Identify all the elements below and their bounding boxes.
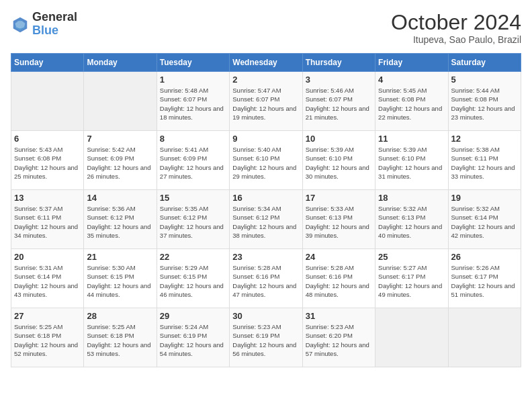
day-info: Sunrise: 5:23 AM Sunset: 6:19 PM Dayligh… bbox=[232, 322, 299, 358]
day-number: 23 bbox=[232, 252, 299, 262]
day-info: Sunrise: 5:32 AM Sunset: 6:13 PM Dayligh… bbox=[378, 204, 445, 240]
day-info: Sunrise: 5:44 AM Sunset: 6:08 PM Dayligh… bbox=[451, 86, 518, 122]
day-info: Sunrise: 5:25 AM Sunset: 6:18 PM Dayligh… bbox=[87, 322, 153, 358]
calendar-cell: 5Sunrise: 5:44 AM Sunset: 6:08 PM Daylig… bbox=[448, 72, 521, 131]
day-number: 18 bbox=[378, 193, 445, 203]
day-number: 8 bbox=[160, 134, 226, 144]
calendar-cell: 29Sunrise: 5:24 AM Sunset: 6:19 PM Dayli… bbox=[157, 308, 229, 367]
day-info: Sunrise: 5:45 AM Sunset: 6:08 PM Dayligh… bbox=[378, 86, 445, 122]
day-info: Sunrise: 5:26 AM Sunset: 6:17 PM Dayligh… bbox=[451, 263, 518, 299]
day-number: 16 bbox=[232, 193, 299, 203]
calendar-cell: 6Sunrise: 5:43 AM Sunset: 6:08 PM Daylig… bbox=[11, 131, 84, 190]
calendar-cell: 14Sunrise: 5:36 AM Sunset: 6:12 PM Dayli… bbox=[84, 190, 157, 249]
day-number: 22 bbox=[160, 252, 226, 262]
header-day-saturday: Saturday bbox=[448, 54, 521, 72]
day-info: Sunrise: 5:32 AM Sunset: 6:14 PM Dayligh… bbox=[451, 204, 518, 240]
calendar-cell: 30Sunrise: 5:23 AM Sunset: 6:19 PM Dayli… bbox=[230, 308, 302, 367]
day-info: Sunrise: 5:31 AM Sunset: 6:14 PM Dayligh… bbox=[14, 263, 81, 299]
logo-blue: Blue bbox=[32, 24, 58, 37]
day-number: 12 bbox=[451, 134, 518, 144]
header-day-sunday: Sunday bbox=[11, 54, 84, 72]
day-number: 30 bbox=[232, 311, 299, 321]
header: General Blue October 2024 Itupeva, Sao P… bbox=[11, 11, 521, 45]
week-row-3: 13Sunrise: 5:37 AM Sunset: 6:11 PM Dayli… bbox=[11, 190, 521, 249]
calendar-cell bbox=[84, 72, 157, 131]
calendar-cell: 28Sunrise: 5:25 AM Sunset: 6:18 PM Dayli… bbox=[84, 308, 157, 367]
day-number: 15 bbox=[160, 193, 226, 203]
calendar-cell: 2Sunrise: 5:47 AM Sunset: 6:07 PM Daylig… bbox=[230, 72, 302, 131]
day-info: Sunrise: 5:30 AM Sunset: 6:15 PM Dayligh… bbox=[87, 263, 153, 299]
calendar-cell: 19Sunrise: 5:32 AM Sunset: 6:14 PM Dayli… bbox=[448, 190, 521, 249]
day-info: Sunrise: 5:23 AM Sunset: 6:20 PM Dayligh… bbox=[306, 322, 372, 358]
calendar-cell: 10Sunrise: 5:39 AM Sunset: 6:10 PM Dayli… bbox=[302, 131, 375, 190]
calendar-cell: 20Sunrise: 5:31 AM Sunset: 6:14 PM Dayli… bbox=[11, 249, 84, 308]
day-number: 28 bbox=[87, 311, 153, 321]
day-info: Sunrise: 5:46 AM Sunset: 6:07 PM Dayligh… bbox=[306, 86, 372, 122]
logo-text: General Blue bbox=[32, 11, 77, 38]
calendar-cell: 31Sunrise: 5:23 AM Sunset: 6:20 PM Dayli… bbox=[302, 308, 375, 367]
month-title: October 2024 bbox=[391, 11, 521, 34]
day-number: 26 bbox=[451, 252, 518, 262]
day-number: 31 bbox=[306, 311, 372, 321]
calendar-cell: 3Sunrise: 5:46 AM Sunset: 6:07 PM Daylig… bbox=[302, 72, 375, 131]
day-info: Sunrise: 5:29 AM Sunset: 6:15 PM Dayligh… bbox=[160, 263, 226, 299]
location-subtitle: Itupeva, Sao Paulo, Brazil bbox=[391, 34, 521, 45]
header-row: SundayMondayTuesdayWednesdayThursdayFrid… bbox=[11, 54, 521, 72]
day-number: 10 bbox=[306, 134, 372, 144]
day-info: Sunrise: 5:48 AM Sunset: 6:07 PM Dayligh… bbox=[160, 86, 226, 122]
header-day-tuesday: Tuesday bbox=[157, 54, 229, 72]
calendar-cell bbox=[375, 308, 448, 367]
day-info: Sunrise: 5:28 AM Sunset: 6:16 PM Dayligh… bbox=[306, 263, 372, 299]
calendar-cell: 16Sunrise: 5:34 AM Sunset: 6:12 PM Dayli… bbox=[230, 190, 302, 249]
calendar-cell: 24Sunrise: 5:28 AM Sunset: 6:16 PM Dayli… bbox=[302, 249, 375, 308]
day-number: 19 bbox=[451, 193, 518, 203]
day-info: Sunrise: 5:42 AM Sunset: 6:09 PM Dayligh… bbox=[87, 145, 153, 181]
week-row-1: 1Sunrise: 5:48 AM Sunset: 6:07 PM Daylig… bbox=[11, 72, 521, 131]
day-number: 29 bbox=[160, 311, 226, 321]
day-info: Sunrise: 5:40 AM Sunset: 6:10 PM Dayligh… bbox=[232, 145, 299, 181]
calendar-cell: 21Sunrise: 5:30 AM Sunset: 6:15 PM Dayli… bbox=[84, 249, 157, 308]
calendar-cell: 12Sunrise: 5:38 AM Sunset: 6:11 PM Dayli… bbox=[448, 131, 521, 190]
week-row-5: 27Sunrise: 5:25 AM Sunset: 6:18 PM Dayli… bbox=[11, 308, 521, 367]
day-number: 14 bbox=[87, 193, 153, 203]
week-row-2: 6Sunrise: 5:43 AM Sunset: 6:08 PM Daylig… bbox=[11, 131, 521, 190]
calendar-cell: 8Sunrise: 5:41 AM Sunset: 6:09 PM Daylig… bbox=[157, 131, 229, 190]
day-info: Sunrise: 5:47 AM Sunset: 6:07 PM Dayligh… bbox=[232, 86, 299, 122]
day-info: Sunrise: 5:39 AM Sunset: 6:10 PM Dayligh… bbox=[378, 145, 445, 181]
day-info: Sunrise: 5:33 AM Sunset: 6:13 PM Dayligh… bbox=[306, 204, 372, 240]
day-number: 27 bbox=[14, 311, 81, 321]
day-number: 20 bbox=[14, 252, 81, 262]
day-number: 11 bbox=[378, 134, 445, 144]
day-number: 9 bbox=[232, 134, 299, 144]
header-day-wednesday: Wednesday bbox=[230, 54, 302, 72]
day-info: Sunrise: 5:27 AM Sunset: 6:17 PM Dayligh… bbox=[378, 263, 445, 299]
day-number: 1 bbox=[160, 75, 226, 85]
day-info: Sunrise: 5:36 AM Sunset: 6:12 PM Dayligh… bbox=[87, 204, 153, 240]
day-number: 6 bbox=[14, 134, 81, 144]
header-day-thursday: Thursday bbox=[302, 54, 375, 72]
day-number: 4 bbox=[378, 75, 445, 85]
day-info: Sunrise: 5:25 AM Sunset: 6:18 PM Dayligh… bbox=[14, 322, 81, 358]
day-number: 13 bbox=[14, 193, 81, 203]
logo: General Blue bbox=[11, 11, 77, 38]
calendar-cell: 15Sunrise: 5:35 AM Sunset: 6:12 PM Dayli… bbox=[157, 190, 229, 249]
calendar-cell: 11Sunrise: 5:39 AM Sunset: 6:10 PM Dayli… bbox=[375, 131, 448, 190]
day-number: 17 bbox=[306, 193, 372, 203]
day-info: Sunrise: 5:35 AM Sunset: 6:12 PM Dayligh… bbox=[160, 204, 226, 240]
calendar-cell bbox=[11, 72, 84, 131]
calendar-cell: 4Sunrise: 5:45 AM Sunset: 6:08 PM Daylig… bbox=[375, 72, 448, 131]
calendar-table: SundayMondayTuesdayWednesdayThursdayFrid… bbox=[11, 53, 521, 367]
day-number: 24 bbox=[306, 252, 372, 262]
day-info: Sunrise: 5:38 AM Sunset: 6:11 PM Dayligh… bbox=[451, 145, 518, 181]
logo-icon bbox=[11, 15, 30, 34]
calendar-cell: 25Sunrise: 5:27 AM Sunset: 6:17 PM Dayli… bbox=[375, 249, 448, 308]
day-info: Sunrise: 5:41 AM Sunset: 6:09 PM Dayligh… bbox=[160, 145, 226, 181]
title-area: October 2024 Itupeva, Sao Paulo, Brazil bbox=[391, 11, 521, 45]
week-row-4: 20Sunrise: 5:31 AM Sunset: 6:14 PM Dayli… bbox=[11, 249, 521, 308]
day-info: Sunrise: 5:39 AM Sunset: 6:10 PM Dayligh… bbox=[306, 145, 372, 181]
calendar-cell: 23Sunrise: 5:28 AM Sunset: 6:16 PM Dayli… bbox=[230, 249, 302, 308]
day-number: 21 bbox=[87, 252, 153, 262]
day-number: 3 bbox=[306, 75, 372, 85]
calendar-cell: 26Sunrise: 5:26 AM Sunset: 6:17 PM Dayli… bbox=[448, 249, 521, 308]
calendar-cell: 13Sunrise: 5:37 AM Sunset: 6:11 PM Dayli… bbox=[11, 190, 84, 249]
